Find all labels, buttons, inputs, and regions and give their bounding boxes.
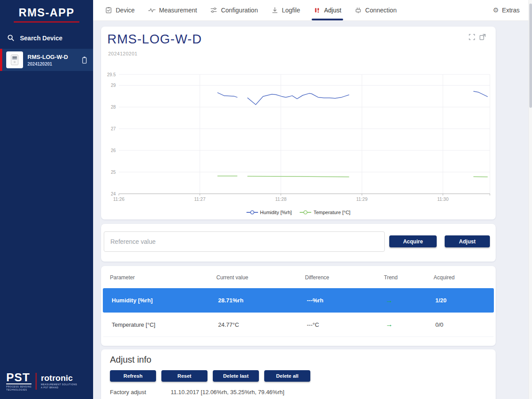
tab-configuration[interactable]: Configuration <box>210 0 258 20</box>
factory-adjust-row: Factory adjust 11.10.2017 [12.06%rh, 35.… <box>110 389 487 395</box>
svg-text:27: 27 <box>111 126 116 131</box>
svg-text:24: 24 <box>111 192 116 196</box>
tab-logfile-label: Logfile <box>282 7 300 14</box>
legend-marker-icon <box>300 210 311 215</box>
svg-text:11:28: 11:28 <box>275 196 287 202</box>
adjust-button[interactable]: Adjust <box>445 235 490 247</box>
rotronic-logo: rotronic MEASUREMENT SOLUTIONS A PST BRA… <box>41 374 77 389</box>
active-device-indicator <box>0 49 2 71</box>
adjust-info-title: Adjust info <box>110 355 487 365</box>
reset-button[interactable]: Reset <box>161 370 207 382</box>
rotronic-logo-text: rotronic <box>41 374 77 382</box>
factory-adjust-value: 11.10.2017 [12.06%rh, 35.25%rh, 79.46%rh… <box>171 389 284 395</box>
header-trend: Trend <box>384 274 434 281</box>
device-serial: 2024120201 <box>27 62 82 66</box>
tab-logfile[interactable]: Logfile <box>271 0 300 20</box>
device-thumbnail <box>6 51 23 68</box>
extras-label: Extras <box>502 7 520 14</box>
cell-current-value: 24.77°C <box>218 321 307 328</box>
legend-label: Humidity [%rh] <box>260 210 292 215</box>
delete-last-button[interactable]: Delete last <box>213 370 259 382</box>
svg-text:11:30: 11:30 <box>437 196 449 202</box>
tab-configuration-label: Configuration <box>221 7 258 14</box>
svg-text:28: 28 <box>111 105 116 110</box>
svg-text:11:26: 11:26 <box>113 196 125 202</box>
table-row-temperature[interactable]: Temperature [°C] 24.77°C ---°C → 0/0 <box>103 313 494 337</box>
waveform-icon <box>148 7 156 14</box>
adjust-icon <box>313 7 321 14</box>
tab-connection-label: Connection <box>365 7 397 14</box>
delete-all-button[interactable]: Delete all <box>264 370 310 382</box>
pst-logo-sub1: PROCESS SENSING <box>6 385 31 388</box>
svg-text:11:29: 11:29 <box>356 196 368 202</box>
search-device-label: Search Device <box>20 35 63 42</box>
reference-value-input[interactable] <box>104 231 385 252</box>
refresh-button[interactable]: Refresh <box>110 370 156 382</box>
legend-item[interactable]: Temperature [°C] <box>300 210 350 215</box>
table-header-row: Parameter Current value Difference Trend… <box>101 267 496 288</box>
cell-difference: ---%rh <box>307 297 386 304</box>
rotronic-logo-sub1: MEASUREMENT SOLUTIONS <box>41 383 77 386</box>
header-current-value: Current value <box>216 274 305 281</box>
clipboard-check-icon <box>105 7 112 14</box>
tab-measurement[interactable]: Measurement <box>148 0 197 20</box>
cell-parameter: Temperature [°C] <box>112 321 218 328</box>
trend-arrow-icon: → <box>386 321 435 329</box>
pst-logo-sub2: TECHNOLOGIES <box>6 388 31 391</box>
legend-label: Temperature [°C] <box>313 210 350 215</box>
table-row-humidity[interactable]: Humidity [%rh] 28.71%rh ---%rh → 1/20 <box>103 288 494 313</box>
sliders-icon <box>210 7 217 14</box>
legend-item[interactable]: Humidity [%rh] <box>246 210 292 215</box>
cell-acquired: 1/20 <box>435 297 494 304</box>
scrollbar-thumb[interactable] <box>529 4 532 108</box>
gear-icon: ⚙ <box>493 6 499 14</box>
chart-canvas[interactable]: 29.529282726252411:2611:2711:2811:2911:3… <box>101 27 496 219</box>
cell-difference: ---°C <box>307 321 386 328</box>
reference-card: Acquire Adjust <box>101 224 496 262</box>
datalogger-icon <box>8 54 21 66</box>
tab-connection[interactable]: Connection <box>355 0 397 20</box>
app-title: RMS-APP <box>0 6 93 19</box>
device-name: RMS-LOG-W-D <box>27 54 82 60</box>
top-nav: Device Measurement Configuration Logfile… <box>93 0 532 21</box>
search-icon <box>7 34 15 42</box>
rotronic-logo-sub2: A PST BRAND <box>41 386 77 389</box>
adjust-info-card: Adjust info Refresh Reset Delete last De… <box>101 349 496 399</box>
search-device[interactable]: Search Device <box>7 34 93 42</box>
app-title-underline <box>14 21 79 23</box>
header-difference: Difference <box>305 274 384 281</box>
svg-text:29: 29 <box>111 83 116 88</box>
header-acquired: Acquired <box>434 274 496 281</box>
factory-adjust-label: Factory adjust <box>110 389 171 395</box>
svg-text:26: 26 <box>111 148 116 153</box>
tab-adjust-label: Adjust <box>324 7 341 14</box>
pst-logo-text: PST <box>6 372 31 384</box>
extras-menu[interactable]: ⚙ Extras <box>493 6 520 14</box>
svg-text:29.5: 29.5 <box>107 72 116 77</box>
chart-card: RMS-LOG-W-D 2024120201 29.52928272625241… <box>101 27 496 219</box>
sidebar: RMS-APP Search Device RMS-LOG-W-D 202412… <box>0 0 93 399</box>
pst-logo: PST PROCESS SENSING TECHNOLOGIES <box>6 372 31 391</box>
tab-device-label: Device <box>116 7 135 14</box>
header-parameter: Parameter <box>110 274 216 281</box>
cell-acquired: 0/0 <box>435 321 494 328</box>
svg-text:25: 25 <box>111 170 116 175</box>
cell-current-value: 28.71%rh <box>218 297 307 304</box>
tab-device[interactable]: Device <box>105 0 135 20</box>
tab-adjust[interactable]: Adjust <box>313 0 341 20</box>
vertical-scrollbar[interactable] <box>528 0 532 399</box>
legend-marker-icon <box>246 210 258 215</box>
logo-divider <box>35 373 37 390</box>
cell-parameter: Humidity [%rh] <box>112 297 218 304</box>
svg-text:11:27: 11:27 <box>194 196 206 202</box>
tab-measurement-label: Measurement <box>159 7 197 14</box>
main-content: RMS-LOG-W-D 2024120201 29.52928272625241… <box>93 21 532 399</box>
chart-legend: Humidity [%rh] Temperature [°C] <box>101 210 496 215</box>
battery-icon <box>82 56 87 64</box>
sidebar-device-item[interactable]: RMS-LOG-W-D 2024120201 <box>0 49 93 71</box>
trend-arrow-icon: → <box>386 297 435 305</box>
connection-icon <box>355 7 362 14</box>
brand-logos: PST PROCESS SENSING TECHNOLOGIES rotroni… <box>6 372 77 391</box>
download-icon <box>271 7 278 14</box>
acquire-button[interactable]: Acquire <box>389 235 437 247</box>
